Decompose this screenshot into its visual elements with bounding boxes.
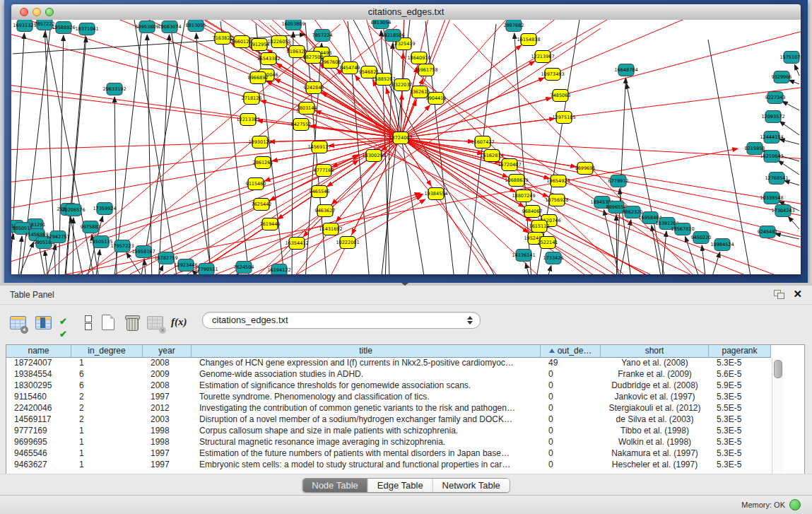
- graph-node[interactable]: 7485063: [551, 90, 571, 102]
- graph-node[interactable]: 8427552: [291, 119, 312, 131]
- network-canvas[interactable]: 7163822866012859129541822605581863281654…: [11, 20, 801, 274]
- table-row[interactable]: 1872400712008Changes of HCN gene express…: [6, 358, 804, 369]
- graph-node[interactable]: 9777169: [314, 165, 334, 177]
- graph-node[interactable]: 12093572: [761, 111, 784, 123]
- graph-node[interactable]: 19083074: [158, 21, 181, 33]
- graph-node[interactable]: 12213383: [236, 114, 259, 126]
- delete-rows-button[interactable]: [123, 313, 141, 332]
- column-header-name[interactable]: name: [6, 345, 71, 358]
- graph-node[interactable]: 17359924: [93, 203, 116, 215]
- graph-node[interactable]: 16961758: [414, 64, 437, 76]
- row-height-button[interactable]: [79, 315, 98, 333]
- graph-node[interactable]: 9227343: [765, 92, 786, 104]
- graph-node[interactable]: 9684067: [522, 206, 543, 218]
- table-row[interactable]: 946554611997Estimation of the future num…: [6, 448, 804, 460]
- graph-node[interactable]: 6779912: [608, 175, 629, 187]
- graph-node[interactable]: 12213967: [531, 51, 554, 63]
- graph-node[interactable]: 9329966: [772, 71, 792, 83]
- graph-node[interactable]: 2803144: [297, 103, 317, 115]
- float-panel-icon[interactable]: [774, 290, 784, 298]
- graph-node[interactable]: 16154838: [517, 34, 540, 46]
- graph-node[interactable]: 11607427: [471, 136, 494, 148]
- graph-node[interactable]: 2522141: [538, 237, 558, 249]
- graph-node[interactable]: 2967608: [321, 57, 341, 69]
- graph-node[interactable]: 12975185: [552, 112, 575, 124]
- column-header-outde[interactable]: out_de…: [541, 345, 601, 358]
- graph-node[interactable]: 9463627: [315, 205, 336, 217]
- graph-node[interactable]: 7619446: [260, 218, 281, 230]
- graph-node[interactable]: 12768541: [765, 173, 788, 185]
- graph-node[interactable]: 10973493: [541, 69, 564, 81]
- graph-node[interactable]: 16354412: [285, 238, 308, 250]
- graph-node[interactable]: 9115460: [246, 178, 266, 190]
- graph-node[interactable]: 18371041: [75, 23, 98, 35]
- graph-node[interactable]: 18300295: [362, 150, 385, 162]
- column-header-short[interactable]: short: [601, 345, 709, 358]
- column-header-pagerank[interactable]: pagerank: [709, 345, 771, 358]
- table-row[interactable]: 946362711997Embryonic stem cells: a mode…: [6, 460, 804, 471]
- create-table-button[interactable]: [99, 313, 117, 332]
- graph-node[interactable]: 7857224: [312, 30, 333, 42]
- graph-node[interactable]: 18640910: [407, 52, 430, 64]
- memory-status-indicator[interactable]: [789, 499, 801, 510]
- graph-node[interactable]: 9242845: [304, 82, 324, 94]
- graph-node[interactable]: 2718126: [242, 93, 262, 105]
- graph-node[interactable]: 19654923: [546, 175, 570, 187]
- graph-node[interactable]: 9465546: [310, 186, 330, 198]
- table-row[interactable]: 1830029562008Estimation of significance …: [6, 380, 804, 392]
- graph-node[interactable]: 14136141: [512, 250, 535, 262]
- table-scrollbar[interactable]: [772, 358, 783, 474]
- graph-node[interactable]: 5912954: [249, 39, 270, 51]
- function-builder-button[interactable]: f(x): [171, 315, 189, 334]
- graph-node[interactable]: 7163822: [213, 33, 233, 45]
- window-titlebar[interactable]: citations_edges.txt: [11, 4, 801, 21]
- graph-node[interactable]: 10222001: [336, 237, 359, 249]
- network-graph[interactable]: 7163822866012859129541822605581863281654…: [11, 20, 801, 274]
- table-row[interactable]: 969969511998Structural magnetic resonanc…: [6, 437, 804, 448]
- table-row[interactable]: 1938455462009Genome-wide association stu…: [6, 369, 804, 380]
- graph-node[interactable]: 16210643: [760, 151, 783, 163]
- graph-node[interactable]: 2861261: [253, 157, 273, 169]
- graph-node[interactable]: 17304243: [771, 205, 794, 217]
- graph-node[interactable]: 19588926: [52, 22, 75, 34]
- graph-node[interactable]: 7624504: [234, 262, 254, 274]
- table-row[interactable]: 911546021997Tourette syndrome. Phenomeno…: [6, 392, 804, 403]
- tab-network-table[interactable]: Network Table: [433, 479, 510, 492]
- table-selector-dropdown[interactable]: citations_edges.txt: [202, 312, 481, 329]
- graph-node[interactable]: 1733426: [543, 252, 564, 264]
- graph-node[interactable]: 12444154: [760, 132, 783, 144]
- graph-node[interactable]: 9699695: [575, 163, 596, 175]
- tab-edge-table[interactable]: Edge Table: [368, 479, 433, 492]
- column-header-indegree[interactable]: in_degree: [71, 345, 143, 358]
- graph-node[interactable]: 20633192: [102, 83, 126, 95]
- tab-node-table[interactable]: Node Table: [302, 479, 368, 492]
- column-header-title[interactable]: title: [192, 345, 541, 358]
- table-row[interactable]: 977716911998Corpus callosum shape and si…: [6, 426, 804, 437]
- graph-node[interactable]: 15751074: [779, 52, 801, 64]
- graph-node[interactable]: 9975887: [81, 221, 101, 233]
- scrollbar-thumb[interactable]: [774, 360, 782, 378]
- column-header-year[interactable]: year: [143, 345, 192, 358]
- graph-node[interactable]: 8454749: [340, 62, 360, 74]
- graph-node[interactable]: 10984524: [710, 239, 734, 251]
- graph-node[interactable]: 8813054: [371, 20, 392, 29]
- close-panel-icon[interactable]: ✕: [793, 288, 802, 300]
- table-row[interactable]: 2242004622012Investigating the contribut…: [6, 403, 804, 414]
- graph-node[interactable]: 7625442: [252, 199, 272, 211]
- graph-node[interactable]: 9450220: [691, 232, 712, 244]
- table-settings-button[interactable]: [8, 313, 27, 332]
- graph-node[interactable]: 12790511: [194, 264, 218, 275]
- graph-node[interactable]: 13505135: [89, 236, 112, 248]
- graph-node[interactable]: 9245481: [758, 226, 778, 238]
- select-rows-button[interactable]: ✔✔: [59, 315, 78, 333]
- graph-node[interactable]: 17957223: [110, 240, 134, 252]
- graph-node[interactable]: 18226055: [267, 36, 290, 48]
- graph-node[interactable]: 10339548: [760, 192, 783, 204]
- graph-node[interactable]: 13930122: [248, 136, 271, 148]
- graph-node[interactable]: 16648784: [614, 64, 637, 76]
- graph-node[interactable]: 8813055: [186, 20, 206, 32]
- graph-node[interactable]: 9904419: [426, 93, 447, 105]
- graph-node[interactable]: 2987682: [504, 20, 524, 32]
- show-columns-button[interactable]: [34, 313, 52, 332]
- graph-node[interactable]: 16053809: [281, 20, 305, 30]
